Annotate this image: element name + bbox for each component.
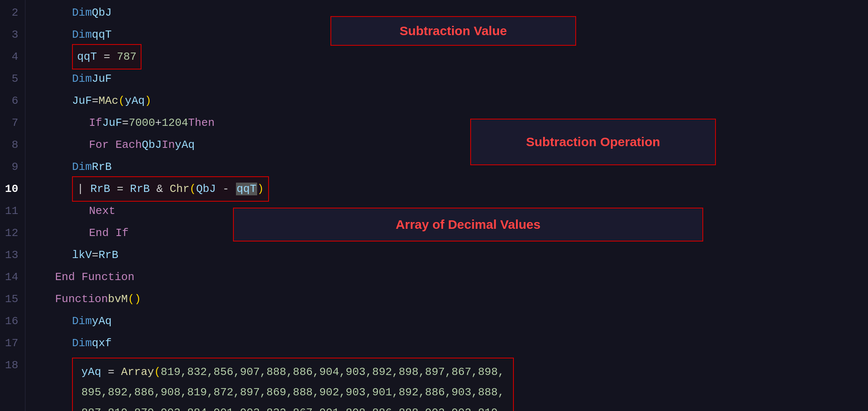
line-num-7: 7 — [0, 112, 18, 134]
line-num-18: 18 — [0, 354, 18, 376]
var-juf-5: JuF — [92, 68, 112, 90]
line-num-9: 9 — [0, 156, 18, 178]
code-line-8: For Each QbJ In yAq — [38, 134, 868, 156]
line-num-16: 16 — [0, 310, 18, 332]
kw-next: Next — [89, 200, 115, 222]
kw-dim-5: Dim — [72, 68, 92, 90]
kw-for: For Each — [89, 134, 142, 156]
line-num-12: 12 — [0, 222, 18, 244]
array-line-2: 895,892,886,908,819,872,897,869,888,902,… — [81, 382, 505, 403]
line-num-15: 15 — [0, 288, 18, 310]
callout-subtraction-value: Subtraction Value — [330, 16, 576, 46]
line-num-10: 10 — [0, 178, 18, 200]
number-7000: 7000 — [129, 112, 155, 134]
kw-dim-16: Dim — [72, 310, 92, 332]
number-787: 787 — [117, 50, 137, 63]
code-line-18: yAq = Array(819,832,856,907,888,886,904,… — [38, 354, 868, 411]
kw-dim-9: Dim — [72, 156, 92, 178]
line-num-4: 4 — [0, 46, 18, 68]
qqt-assignment-highlight: qqT = 787 — [72, 44, 141, 69]
line-num-2: 2 — [0, 2, 18, 24]
func-mac: MAc — [98, 90, 118, 112]
var-yaq-6: yAq — [125, 90, 145, 112]
var-juf-6: JuF — [72, 90, 92, 112]
line-num-3: 3 — [0, 24, 18, 46]
var-yaq-8: yAq — [175, 134, 195, 156]
var-qbj-8: QbJ — [142, 134, 162, 156]
var-yaq-18: yAq — [81, 366, 101, 378]
var-yaq-16: yAq — [92, 310, 112, 332]
var-qbj-10: QbJ — [196, 183, 216, 195]
line-num-17: 17 — [0, 332, 18, 354]
kw-in: In — [162, 134, 175, 156]
kw-dim-3: Dim — [72, 24, 92, 46]
code-line-9: Dim RrB — [38, 156, 868, 178]
code-line-13: lkV = RrB — [38, 244, 868, 266]
code-line-4: qqT = 787 — [38, 46, 868, 68]
number-1204: 1204 — [162, 112, 188, 134]
kw-dim-17: Dim — [72, 332, 92, 354]
array-content-box: yAq = Array(819,832,856,907,888,886,904,… — [72, 358, 514, 411]
code-line-7: If JuF = 7000 + 1204 Then — [38, 112, 868, 134]
var-qqt-4: qqT — [77, 50, 97, 63]
kw-end-function-14: End Function — [55, 266, 134, 288]
var-rrb-10a: RrB — [90, 183, 110, 195]
code-line-17: Dim qxf — [38, 332, 868, 354]
callout-array-decimal: Array of Decimal Values — [233, 208, 703, 242]
line-num-8: 8 — [0, 134, 18, 156]
kw-dim-2: Dim — [72, 2, 92, 24]
kw-then: Then — [188, 112, 214, 134]
line-numbers: 2 3 4 5 6 7 8 9 10 11 12 13 14 15 16 17 … — [0, 0, 25, 411]
var-qqt-10: qqT — [236, 183, 258, 195]
kw-function-15: Function — [55, 288, 108, 310]
func-array: Array — [121, 366, 154, 378]
line-num-6: 6 — [0, 90, 18, 112]
line-num-11: 11 — [0, 200, 18, 222]
var-lkv: lkV — [72, 244, 92, 266]
var-qbj-2: QbJ — [92, 2, 112, 24]
kw-if: If — [89, 112, 102, 134]
var-rrb-13: RrB — [98, 244, 118, 266]
code-line-10: | RrB = RrB & Chr(QbJ - qqT) — [38, 178, 868, 200]
array-vals-2: 895,892,886,908,819,872,897,869,888,902,… — [81, 386, 505, 399]
array-line-3: 887,819,870,903,884,901,903,832,867,901,… — [81, 403, 505, 411]
code-line-16: Dim yAq — [38, 310, 868, 332]
code-line-15: Function bvM() — [38, 288, 868, 310]
array-line-1: yAq = Array(819,832,856,907,888,886,904,… — [81, 362, 505, 382]
line-num-5: 5 — [0, 68, 18, 90]
code-line-6: JuF = MAc(yAq) — [38, 90, 868, 112]
var-rrb-10b: RrB — [130, 183, 150, 195]
subtraction-op-highlight: | RrB = RrB & Chr(QbJ - qqT) — [72, 176, 269, 202]
code-container: 2 3 4 5 6 7 8 9 10 11 12 13 14 15 16 17 … — [0, 0, 868, 411]
kw-end-if: End If — [89, 222, 129, 244]
line-num-14: 14 — [0, 266, 18, 288]
array-vals-3: 887,819,870,903,884,901,903,832,867,901,… — [81, 406, 505, 411]
array-vals-1: 819,832,856,907,888,886,904,903,892,898,… — [161, 366, 504, 378]
line-num-13: 13 — [0, 244, 18, 266]
func-bvm: bvM — [108, 288, 128, 310]
var-juf-7: JuF — [102, 112, 122, 134]
callout-subtraction-operation: Subtraction Operation — [470, 119, 716, 165]
func-chr: Chr — [169, 183, 189, 195]
code-line-5: Dim JuF — [38, 68, 868, 90]
var-qqt-3: qqT — [92, 24, 112, 46]
var-rrb-9: RrB — [92, 156, 112, 178]
var-qxf: qxf — [92, 332, 112, 354]
code-line-14: End Function — [38, 266, 868, 288]
code-area: Dim QbJ Dim qqT qqT = 787 Dim JuF JuF = … — [25, 0, 868, 411]
